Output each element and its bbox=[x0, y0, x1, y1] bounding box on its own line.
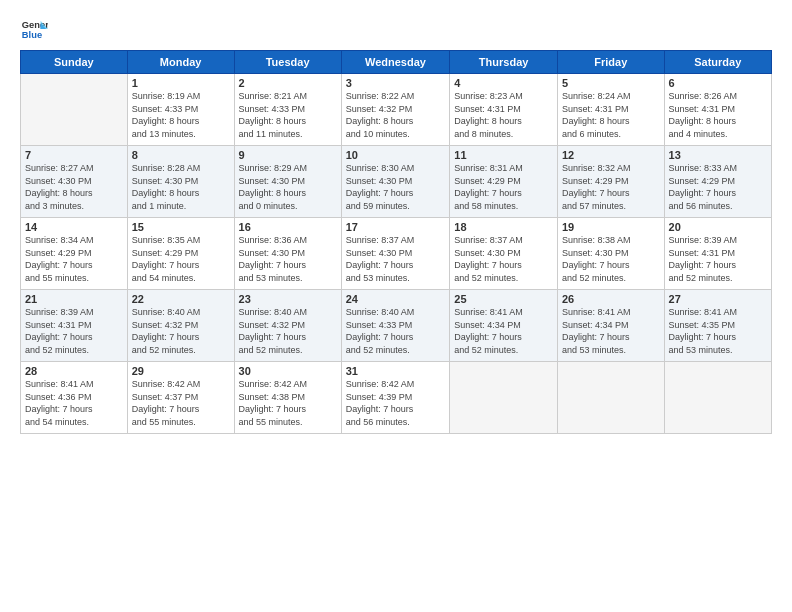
day-info: Sunrise: 8:23 AMSunset: 4:31 PMDaylight:… bbox=[454, 90, 553, 140]
weekday-header-sunday: Sunday bbox=[21, 51, 128, 74]
day-number: 11 bbox=[454, 149, 553, 161]
calendar-cell: 20Sunrise: 8:39 AMSunset: 4:31 PMDayligh… bbox=[664, 218, 771, 290]
day-number: 7 bbox=[25, 149, 123, 161]
day-number: 27 bbox=[669, 293, 767, 305]
calendar-cell: 12Sunrise: 8:32 AMSunset: 4:29 PMDayligh… bbox=[557, 146, 664, 218]
day-number: 22 bbox=[132, 293, 230, 305]
day-number: 8 bbox=[132, 149, 230, 161]
day-info: Sunrise: 8:38 AMSunset: 4:30 PMDaylight:… bbox=[562, 234, 660, 284]
day-number: 25 bbox=[454, 293, 553, 305]
day-number: 23 bbox=[239, 293, 337, 305]
calendar-cell bbox=[557, 362, 664, 434]
calendar-cell: 30Sunrise: 8:42 AMSunset: 4:38 PMDayligh… bbox=[234, 362, 341, 434]
header: General Blue bbox=[20, 16, 772, 44]
day-info: Sunrise: 8:41 AMSunset: 4:34 PMDaylight:… bbox=[454, 306, 553, 356]
calendar-cell: 3Sunrise: 8:22 AMSunset: 4:32 PMDaylight… bbox=[341, 74, 450, 146]
calendar-cell: 5Sunrise: 8:24 AMSunset: 4:31 PMDaylight… bbox=[557, 74, 664, 146]
day-number: 10 bbox=[346, 149, 446, 161]
day-info: Sunrise: 8:42 AMSunset: 4:37 PMDaylight:… bbox=[132, 378, 230, 428]
day-number: 9 bbox=[239, 149, 337, 161]
week-row-5: 28Sunrise: 8:41 AMSunset: 4:36 PMDayligh… bbox=[21, 362, 772, 434]
day-number: 4 bbox=[454, 77, 553, 89]
day-info: Sunrise: 8:42 AMSunset: 4:39 PMDaylight:… bbox=[346, 378, 446, 428]
day-info: Sunrise: 8:37 AMSunset: 4:30 PMDaylight:… bbox=[346, 234, 446, 284]
day-number: 21 bbox=[25, 293, 123, 305]
day-number: 30 bbox=[239, 365, 337, 377]
day-info: Sunrise: 8:21 AMSunset: 4:33 PMDaylight:… bbox=[239, 90, 337, 140]
weekday-header-saturday: Saturday bbox=[664, 51, 771, 74]
day-info: Sunrise: 8:33 AMSunset: 4:29 PMDaylight:… bbox=[669, 162, 767, 212]
week-row-4: 21Sunrise: 8:39 AMSunset: 4:31 PMDayligh… bbox=[21, 290, 772, 362]
calendar-page: General Blue SundayMondayTuesdayWednesda… bbox=[0, 0, 792, 612]
day-info: Sunrise: 8:34 AMSunset: 4:29 PMDaylight:… bbox=[25, 234, 123, 284]
day-number: 5 bbox=[562, 77, 660, 89]
day-info: Sunrise: 8:24 AMSunset: 4:31 PMDaylight:… bbox=[562, 90, 660, 140]
day-info: Sunrise: 8:27 AMSunset: 4:30 PMDaylight:… bbox=[25, 162, 123, 212]
calendar-cell: 26Sunrise: 8:41 AMSunset: 4:34 PMDayligh… bbox=[557, 290, 664, 362]
day-info: Sunrise: 8:28 AMSunset: 4:30 PMDaylight:… bbox=[132, 162, 230, 212]
day-number: 26 bbox=[562, 293, 660, 305]
calendar-cell: 1Sunrise: 8:19 AMSunset: 4:33 PMDaylight… bbox=[127, 74, 234, 146]
day-info: Sunrise: 8:29 AMSunset: 4:30 PMDaylight:… bbox=[239, 162, 337, 212]
day-number: 1 bbox=[132, 77, 230, 89]
day-number: 14 bbox=[25, 221, 123, 233]
weekday-header-friday: Friday bbox=[557, 51, 664, 74]
day-number: 13 bbox=[669, 149, 767, 161]
day-info: Sunrise: 8:39 AMSunset: 4:31 PMDaylight:… bbox=[669, 234, 767, 284]
calendar-cell: 9Sunrise: 8:29 AMSunset: 4:30 PMDaylight… bbox=[234, 146, 341, 218]
day-number: 29 bbox=[132, 365, 230, 377]
day-info: Sunrise: 8:41 AMSunset: 4:35 PMDaylight:… bbox=[669, 306, 767, 356]
calendar-cell: 2Sunrise: 8:21 AMSunset: 4:33 PMDaylight… bbox=[234, 74, 341, 146]
calendar-cell bbox=[21, 74, 128, 146]
day-info: Sunrise: 8:39 AMSunset: 4:31 PMDaylight:… bbox=[25, 306, 123, 356]
day-info: Sunrise: 8:41 AMSunset: 4:34 PMDaylight:… bbox=[562, 306, 660, 356]
day-info: Sunrise: 8:26 AMSunset: 4:31 PMDaylight:… bbox=[669, 90, 767, 140]
calendar-cell: 6Sunrise: 8:26 AMSunset: 4:31 PMDaylight… bbox=[664, 74, 771, 146]
day-number: 28 bbox=[25, 365, 123, 377]
day-number: 18 bbox=[454, 221, 553, 233]
day-info: Sunrise: 8:37 AMSunset: 4:30 PMDaylight:… bbox=[454, 234, 553, 284]
calendar-cell: 27Sunrise: 8:41 AMSunset: 4:35 PMDayligh… bbox=[664, 290, 771, 362]
day-number: 24 bbox=[346, 293, 446, 305]
svg-text:Blue: Blue bbox=[22, 30, 42, 40]
day-number: 19 bbox=[562, 221, 660, 233]
calendar-cell: 4Sunrise: 8:23 AMSunset: 4:31 PMDaylight… bbox=[450, 74, 558, 146]
day-number: 12 bbox=[562, 149, 660, 161]
day-info: Sunrise: 8:40 AMSunset: 4:32 PMDaylight:… bbox=[132, 306, 230, 356]
calendar-cell: 24Sunrise: 8:40 AMSunset: 4:33 PMDayligh… bbox=[341, 290, 450, 362]
weekday-header-monday: Monday bbox=[127, 51, 234, 74]
calendar-cell: 7Sunrise: 8:27 AMSunset: 4:30 PMDaylight… bbox=[21, 146, 128, 218]
calendar-cell: 13Sunrise: 8:33 AMSunset: 4:29 PMDayligh… bbox=[664, 146, 771, 218]
day-info: Sunrise: 8:31 AMSunset: 4:29 PMDaylight:… bbox=[454, 162, 553, 212]
calendar-cell: 16Sunrise: 8:36 AMSunset: 4:30 PMDayligh… bbox=[234, 218, 341, 290]
calendar-cell: 22Sunrise: 8:40 AMSunset: 4:32 PMDayligh… bbox=[127, 290, 234, 362]
calendar-cell: 31Sunrise: 8:42 AMSunset: 4:39 PMDayligh… bbox=[341, 362, 450, 434]
calendar-cell: 11Sunrise: 8:31 AMSunset: 4:29 PMDayligh… bbox=[450, 146, 558, 218]
day-number: 6 bbox=[669, 77, 767, 89]
week-row-1: 1Sunrise: 8:19 AMSunset: 4:33 PMDaylight… bbox=[21, 74, 772, 146]
calendar-cell: 10Sunrise: 8:30 AMSunset: 4:30 PMDayligh… bbox=[341, 146, 450, 218]
calendar-cell: 21Sunrise: 8:39 AMSunset: 4:31 PMDayligh… bbox=[21, 290, 128, 362]
calendar-table: SundayMondayTuesdayWednesdayThursdayFrid… bbox=[20, 50, 772, 434]
weekday-header-row: SundayMondayTuesdayWednesdayThursdayFrid… bbox=[21, 51, 772, 74]
calendar-cell: 8Sunrise: 8:28 AMSunset: 4:30 PMDaylight… bbox=[127, 146, 234, 218]
calendar-cell: 28Sunrise: 8:41 AMSunset: 4:36 PMDayligh… bbox=[21, 362, 128, 434]
day-info: Sunrise: 8:40 AMSunset: 4:33 PMDaylight:… bbox=[346, 306, 446, 356]
day-info: Sunrise: 8:22 AMSunset: 4:32 PMDaylight:… bbox=[346, 90, 446, 140]
day-number: 15 bbox=[132, 221, 230, 233]
day-number: 20 bbox=[669, 221, 767, 233]
week-row-2: 7Sunrise: 8:27 AMSunset: 4:30 PMDaylight… bbox=[21, 146, 772, 218]
weekday-header-tuesday: Tuesday bbox=[234, 51, 341, 74]
calendar-cell: 23Sunrise: 8:40 AMSunset: 4:32 PMDayligh… bbox=[234, 290, 341, 362]
logo: General Blue bbox=[20, 16, 52, 44]
day-info: Sunrise: 8:19 AMSunset: 4:33 PMDaylight:… bbox=[132, 90, 230, 140]
logo-icon: General Blue bbox=[20, 16, 48, 44]
calendar-cell bbox=[664, 362, 771, 434]
week-row-3: 14Sunrise: 8:34 AMSunset: 4:29 PMDayligh… bbox=[21, 218, 772, 290]
calendar-cell: 17Sunrise: 8:37 AMSunset: 4:30 PMDayligh… bbox=[341, 218, 450, 290]
calendar-cell bbox=[450, 362, 558, 434]
calendar-cell: 25Sunrise: 8:41 AMSunset: 4:34 PMDayligh… bbox=[450, 290, 558, 362]
day-number: 16 bbox=[239, 221, 337, 233]
weekday-header-thursday: Thursday bbox=[450, 51, 558, 74]
day-number: 17 bbox=[346, 221, 446, 233]
